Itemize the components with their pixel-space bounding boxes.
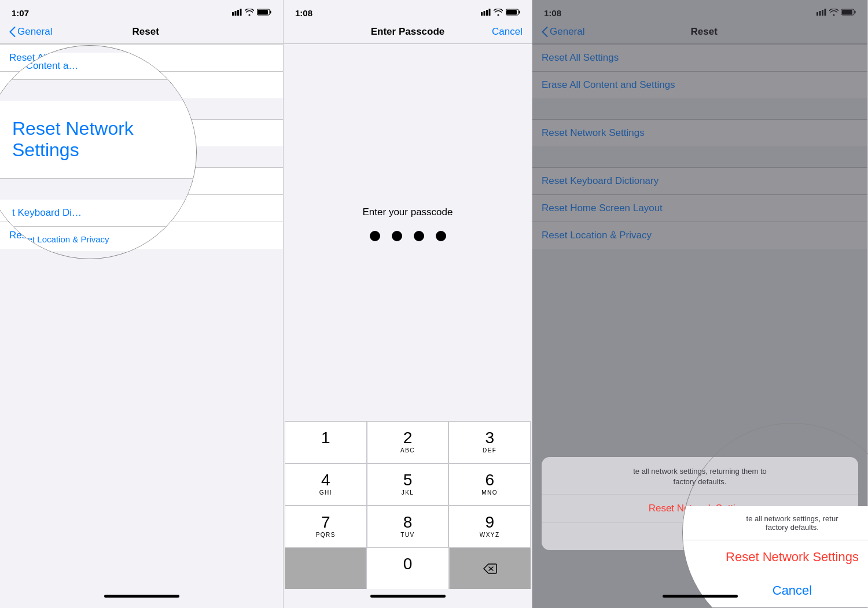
svg-rect-5	[270, 11, 271, 14]
alert-body: te all network settings, returning them …	[542, 457, 858, 494]
passcode-dots	[370, 231, 446, 241]
alert-confirm-btn[interactable]: Reset Network Settings	[542, 495, 858, 522]
svg-rect-14	[816, 12, 818, 16]
passcode-prompt: Enter your passcode	[284, 44, 532, 421]
key-1[interactable]: 1	[285, 422, 366, 463]
key-7[interactable]: 7PQRS	[285, 506, 366, 547]
keypad-container: 1 2ABC 3DEF 4GHI 5JKL 6MNO 7PQRS 8TUV 9W…	[284, 421, 532, 589]
key-4[interactable]: 4GHI	[285, 464, 366, 505]
status-time-2: 1:08	[295, 8, 312, 18]
svg-rect-0	[232, 12, 234, 16]
row-p3-erase-all[interactable]: Erase All Content and Settings	[532, 72, 867, 98]
back-label-1: General	[17, 26, 52, 38]
status-bar-1: 1:07	[0, 0, 283, 21]
settings-list-1: Reset All Settings Erase All Content and…	[0, 44, 283, 589]
dot-4	[436, 231, 446, 241]
key-zero-row: 0	[285, 548, 531, 589]
row-reset-all-settings[interactable]: Reset All Settings	[0, 44, 283, 72]
key-5[interactable]: 5JKL	[367, 464, 448, 505]
status-bar-3: 1:08	[532, 0, 867, 21]
row-reset-network[interactable]: Reset Network Settings	[0, 119, 283, 146]
svg-rect-20	[842, 10, 852, 14]
panel-passcode: 1:08 Enter Passcode Cancel Enter your pa…	[284, 0, 532, 608]
svg-rect-16	[822, 10, 823, 16]
nav-title-3: Reset	[691, 26, 718, 38]
battery-icon	[257, 9, 271, 17]
svg-rect-17	[825, 9, 826, 16]
panel-reset-alert: 1:08 General Reset Reset All Settings Er…	[532, 0, 868, 608]
status-icons-1	[232, 9, 271, 17]
status-time-3: 1:08	[544, 8, 561, 18]
alert-cancel-btn[interactable]: Cancel	[542, 522, 858, 550]
svg-rect-8	[484, 11, 486, 16]
status-time-1: 1:07	[12, 8, 29, 18]
cancel-button-2[interactable]: Cancel	[492, 26, 523, 38]
passcode-label: Enter your passcode	[363, 207, 453, 218]
keypad: 1 2ABC 3DEF 4GHI 5JKL 6MNO 7PQRS 8TUV 9W…	[285, 421, 531, 548]
svg-rect-6	[258, 10, 268, 14]
svg-rect-7	[481, 12, 483, 16]
nav-bar-3: General Reset	[532, 21, 867, 44]
back-button-3[interactable]: General	[542, 26, 584, 38]
battery-icon-3	[841, 9, 856, 17]
svg-rect-19	[855, 11, 856, 14]
home-bar-3	[663, 595, 738, 598]
dot-2	[392, 231, 402, 241]
key-0[interactable]: 0	[367, 548, 448, 589]
row-reset-home[interactable]: Reset Home Screen Layout	[0, 195, 283, 222]
row-erase-all[interactable]: Erase All Content and Settings	[0, 72, 283, 98]
row-p3-network[interactable]: Reset Network Settings	[532, 119, 867, 146]
row-p3-reset-all[interactable]: Reset All Settings	[532, 44, 867, 72]
svg-rect-1	[235, 11, 237, 16]
home-bar-1	[104, 595, 179, 598]
row-p3-home[interactable]: Reset Home Screen Layout	[532, 195, 867, 222]
panel-reset-settings: 1:07 General Reset Reset All Settings Er…	[0, 0, 284, 608]
svg-rect-15	[819, 11, 821, 16]
signal-icon	[232, 9, 242, 17]
home-indicator-2	[284, 589, 532, 608]
home-indicator-3	[532, 589, 867, 608]
dot-3	[414, 231, 424, 241]
status-icons-3	[816, 9, 856, 17]
key-2[interactable]: 2ABC	[367, 422, 448, 463]
status-icons-2	[481, 9, 520, 17]
row-p3-location[interactable]: Reset Location & Privacy	[532, 222, 867, 249]
row-reset-keyboard[interactable]: Reset Keyboard Dictionary	[0, 167, 283, 195]
alert-message: te all network settings, returning them …	[551, 466, 849, 487]
nav-title-2: Enter Passcode	[371, 26, 445, 38]
wifi-icon-3	[829, 9, 838, 17]
wifi-icon-2	[494, 9, 503, 17]
svg-rect-3	[240, 9, 242, 16]
key-9[interactable]: 9WXYZ	[449, 506, 530, 547]
svg-rect-13	[506, 10, 517, 14]
svg-rect-2	[237, 10, 239, 16]
svg-rect-12	[519, 11, 520, 14]
alert-box: te all network settings, returning them …	[542, 457, 858, 550]
key-empty	[285, 548, 366, 589]
row-reset-location[interactable]: Reset Location & Privacy	[0, 222, 283, 249]
back-label-3: General	[550, 26, 584, 38]
nav-title-1: Reset	[133, 26, 159, 38]
svg-rect-9	[486, 10, 488, 16]
signal-icon-2	[481, 9, 491, 17]
nav-bar-1: General Reset	[0, 21, 283, 44]
signal-icon-3	[816, 9, 826, 17]
wifi-icon	[245, 9, 254, 17]
key-6[interactable]: 6MNO	[449, 464, 530, 505]
back-button-1[interactable]: General	[9, 26, 52, 38]
row-p3-keyboard[interactable]: Reset Keyboard Dictionary	[532, 167, 867, 195]
status-bar-2: 1:08	[284, 0, 532, 21]
home-indicator-1	[0, 589, 283, 608]
home-bar-2	[370, 595, 446, 598]
battery-icon-2	[506, 9, 520, 17]
key-8[interactable]: 8TUV	[367, 506, 448, 547]
dot-1	[370, 231, 380, 241]
key-delete[interactable]	[450, 548, 531, 589]
nav-bar-2: Enter Passcode Cancel	[284, 21, 532, 44]
key-3[interactable]: 3DEF	[449, 422, 530, 463]
svg-rect-10	[489, 9, 491, 16]
